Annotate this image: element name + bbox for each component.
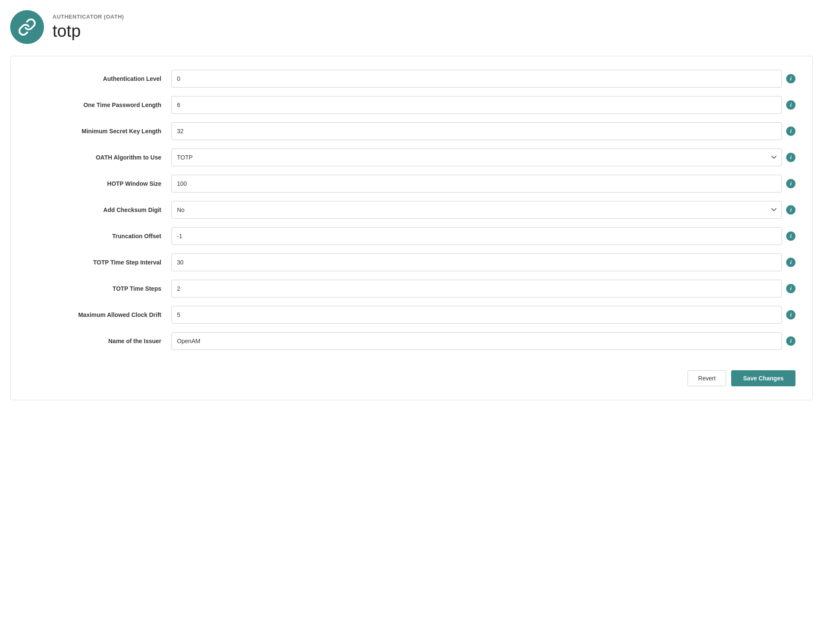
info-icon-totp-time-steps[interactable]: i bbox=[786, 284, 795, 293]
input-truncation-offset[interactable] bbox=[171, 227, 782, 245]
input-hotp-window[interactable] bbox=[171, 175, 782, 193]
label-hotp-window: HOTP Window Size bbox=[28, 180, 171, 187]
control-wrapper-otp-length: i bbox=[171, 96, 795, 114]
header-subtitle: AUTHENTICATOR (OATH) bbox=[52, 14, 124, 20]
label-auth-level: Authentication Level bbox=[28, 75, 171, 82]
label-max-clock-drift: Maximum Allowed Clock Drift bbox=[28, 311, 171, 318]
input-auth-level[interactable] bbox=[171, 70, 782, 88]
form-row-oath-algorithm: OATH Algorithm to UseTOTPHOTPi bbox=[28, 149, 795, 166]
control-wrapper-min-secret-key: i bbox=[171, 122, 795, 140]
info-icon-otp-length[interactable]: i bbox=[786, 100, 795, 110]
input-totp-time-step-interval[interactable] bbox=[171, 253, 782, 271]
app-icon bbox=[10, 10, 44, 44]
input-totp-time-steps[interactable] bbox=[171, 280, 782, 297]
header-text-block: AUTHENTICATOR (OATH) totp bbox=[52, 14, 124, 41]
control-wrapper-totp-time-steps: i bbox=[171, 280, 795, 297]
form-row-min-secret-key: Minimum Secret Key Lengthi bbox=[28, 122, 795, 140]
form-row-max-clock-drift: Maximum Allowed Clock Drifti bbox=[28, 306, 795, 324]
control-wrapper-hotp-window: i bbox=[171, 175, 795, 193]
input-otp-length[interactable] bbox=[171, 96, 782, 114]
label-issuer-name: Name of the Issuer bbox=[28, 338, 171, 344]
control-wrapper-auth-level: i bbox=[171, 70, 795, 88]
control-wrapper-oath-algorithm: TOTPHOTPi bbox=[171, 149, 795, 166]
form-row-totp-time-step-interval: TOTP Time Step Intervali bbox=[28, 253, 795, 271]
input-min-secret-key[interactable] bbox=[171, 122, 782, 140]
link-icon bbox=[18, 18, 36, 36]
form-row-otp-length: One Time Password Lengthi bbox=[28, 96, 795, 114]
save-button[interactable]: Save Changes bbox=[731, 370, 795, 386]
form-row-auth-level: Authentication Leveli bbox=[28, 70, 795, 88]
form-row-totp-time-steps: TOTP Time Stepsi bbox=[28, 280, 795, 297]
label-otp-length: One Time Password Length bbox=[28, 102, 171, 108]
info-icon-oath-algorithm[interactable]: i bbox=[786, 153, 795, 162]
form-row-issuer-name: Name of the Issueri bbox=[28, 332, 795, 350]
label-min-secret-key: Minimum Secret Key Length bbox=[28, 128, 171, 135]
form-row-add-checksum: Add Checksum DigitNoYesi bbox=[28, 201, 795, 219]
form-row-hotp-window: HOTP Window Sizei bbox=[28, 175, 795, 193]
info-icon-hotp-window[interactable]: i bbox=[786, 179, 795, 188]
control-wrapper-max-clock-drift: i bbox=[171, 306, 795, 324]
info-icon-min-secret-key[interactable]: i bbox=[786, 127, 795, 136]
info-icon-truncation-offset[interactable]: i bbox=[786, 231, 795, 241]
info-icon-totp-time-step-interval[interactable]: i bbox=[786, 258, 795, 267]
control-wrapper-add-checksum: NoYesi bbox=[171, 201, 795, 219]
input-max-clock-drift[interactable] bbox=[171, 306, 782, 324]
input-oath-algorithm[interactable]: TOTPHOTP bbox=[171, 149, 782, 166]
label-truncation-offset: Truncation Offset bbox=[28, 233, 171, 239]
form-footer: Revert Save Changes bbox=[28, 362, 795, 386]
form-row-truncation-offset: Truncation Offseti bbox=[28, 227, 795, 245]
control-wrapper-truncation-offset: i bbox=[171, 227, 795, 245]
page-title: totp bbox=[52, 22, 124, 41]
label-add-checksum: Add Checksum Digit bbox=[28, 206, 171, 213]
info-icon-issuer-name[interactable]: i bbox=[786, 336, 795, 346]
info-icon-add-checksum[interactable]: i bbox=[786, 205, 795, 215]
info-icon-auth-level[interactable]: i bbox=[786, 74, 795, 83]
revert-button[interactable]: Revert bbox=[688, 370, 726, 386]
info-icon-max-clock-drift[interactable]: i bbox=[786, 310, 795, 319]
label-totp-time-steps: TOTP Time Steps bbox=[28, 285, 171, 292]
form-card: Authentication LeveliOne Time Password L… bbox=[10, 56, 813, 400]
control-wrapper-issuer-name: i bbox=[171, 332, 795, 350]
input-issuer-name[interactable] bbox=[171, 332, 782, 350]
label-oath-algorithm: OATH Algorithm to Use bbox=[28, 154, 171, 161]
input-add-checksum[interactable]: NoYes bbox=[171, 201, 782, 219]
label-totp-time-step-interval: TOTP Time Step Interval bbox=[28, 259, 171, 266]
control-wrapper-totp-time-step-interval: i bbox=[171, 253, 795, 271]
page-header: AUTHENTICATOR (OATH) totp bbox=[10, 10, 813, 44]
